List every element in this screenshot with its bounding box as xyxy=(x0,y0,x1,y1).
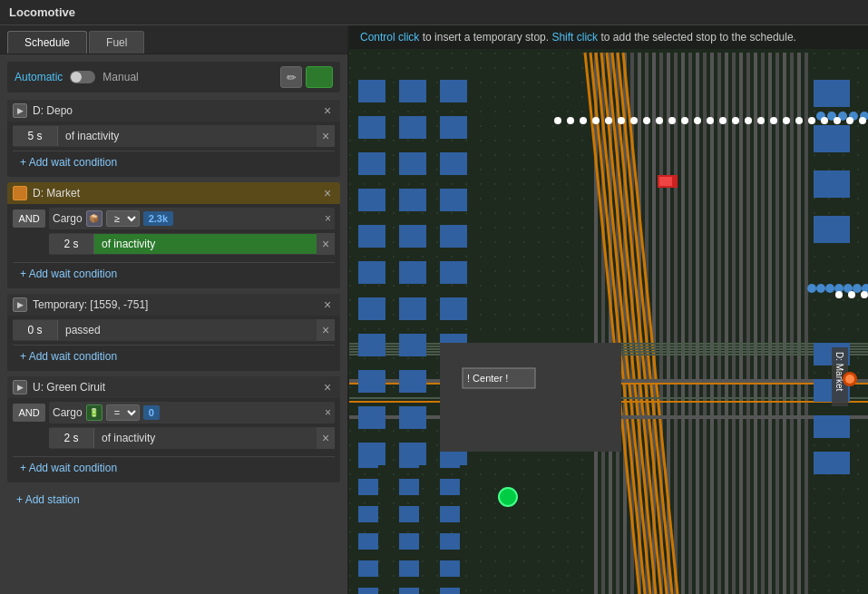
mode-row-right: ✏ xyxy=(280,66,333,88)
green-cargo-icon: 🔋 xyxy=(86,404,102,421)
pencil-button[interactable]: ✏ xyxy=(280,66,302,88)
main-content: Schedule Fuel Automatic Manual ✏ xyxy=(0,25,868,594)
station-market: D: Market × AND Cargo 📦 xyxy=(7,182,340,288)
temporary-close-button[interactable]: × xyxy=(320,297,335,312)
market-cargo-label: Cargo xyxy=(53,212,83,225)
depo-add-wait-button[interactable]: + Add wait condition xyxy=(13,151,335,173)
station-depo-header: ▶ D: Depo × xyxy=(7,100,340,122)
depo-condition-remove[interactable]: × xyxy=(317,125,335,147)
green-condition-label: of inactivity xyxy=(94,428,317,448)
green-time: 2 s xyxy=(49,428,94,448)
depo-inactivity-row: 5 s of inactivity × xyxy=(13,125,335,147)
manual-label: Manual xyxy=(102,71,138,83)
green-inactivity-row: 2 s of inactivity × xyxy=(49,427,335,449)
depo-condition-label: of inactivity xyxy=(58,126,317,146)
left-panel: Schedule Fuel Automatic Manual ✏ xyxy=(0,25,349,594)
green-cargo-close[interactable]: × xyxy=(325,406,331,419)
temporary-condition-remove[interactable]: × xyxy=(317,319,335,341)
mode-toggle[interactable] xyxy=(70,71,95,83)
green-cargo-row: Cargo 🔋 =≥≤ 0 × xyxy=(49,402,335,424)
market-name: D: Market xyxy=(33,187,315,200)
green-play-button[interactable]: ▶ xyxy=(13,380,27,394)
green-condition-remove[interactable]: × xyxy=(317,427,335,449)
temporary-name: Temporary: [1559, -751] xyxy=(33,298,315,311)
market-value: 2.3k xyxy=(143,211,173,226)
temporary-passed-row: 0 s passed × xyxy=(13,319,335,341)
game-map-canvas xyxy=(349,25,868,594)
right-panel: Control click to insert a temporary stop… xyxy=(349,25,868,594)
market-cargo-icon: 📦 xyxy=(86,210,102,227)
depo-name: D: Depo xyxy=(33,104,315,117)
station-green-header: ▶ U: Green Ciruit × xyxy=(7,376,340,398)
station-temporary-header: ▶ Temporary: [1559, -751] × xyxy=(7,294,340,316)
green-add-wait-button[interactable]: + Add wait condition xyxy=(13,456,335,479)
market-cargo-close[interactable]: × xyxy=(325,212,331,225)
mode-row-left: Automatic Manual xyxy=(15,71,139,83)
app-window: Locomotive Schedule Fuel Automatic Man xyxy=(0,0,868,594)
market-icon xyxy=(13,186,27,200)
temporary-add-wait-button[interactable]: + Add wait condition xyxy=(13,345,335,367)
hint-mid: to insert a temporary stop. xyxy=(423,31,552,44)
auto-label: Automatic xyxy=(15,71,63,83)
market-cargo-row: Cargo 📦 ≥≤= 2.3k × xyxy=(49,208,335,229)
market-and-label: AND xyxy=(13,209,45,228)
market-and-group: AND Cargo 📦 ≥≤= 2.3k × xyxy=(13,208,335,258)
temporary-condition-label: passed xyxy=(58,320,317,340)
station-temporary: ▶ Temporary: [1559, -751] × 0 s passed ×… xyxy=(7,294,340,371)
green-condition-area: AND Cargo 🔋 =≥≤ 0 × xyxy=(7,398,340,482)
panel-body: Automatic Manual ✏ ▶ xyxy=(0,54,347,519)
market-operator-select[interactable]: ≥≤= xyxy=(106,210,140,227)
add-station-button[interactable]: + Add station xyxy=(7,488,340,511)
market-condition-remove[interactable]: × xyxy=(317,233,335,255)
market-and-conditions: Cargo 📦 ≥≤= 2.3k × 2 s xyxy=(49,208,335,258)
green-and-group: AND Cargo 🔋 =≥≤ 0 × xyxy=(13,402,335,453)
depo-close-button[interactable]: × xyxy=(320,103,335,118)
ctrl-text: Control click xyxy=(360,31,419,44)
green-close-button[interactable]: × xyxy=(320,380,335,394)
market-inactivity-row: 2 s of inactivity × xyxy=(49,233,335,255)
market-add-wait-button[interactable]: + Add wait condition xyxy=(13,262,335,285)
station-green-circuit: ▶ U: Green Ciruit × AND Cargo 🔋 xyxy=(7,376,340,482)
tab-fuel[interactable]: Fuel xyxy=(89,31,144,54)
market-condition-area: AND Cargo 📦 ≥≤= 2.3k × xyxy=(7,204,340,288)
depo-time: 5 s xyxy=(13,126,58,146)
title-bar: Locomotive xyxy=(0,0,868,25)
green-name: U: Green Ciruit xyxy=(33,381,315,394)
temporary-time: 0 s xyxy=(13,320,58,340)
window-title: Locomotive xyxy=(9,5,75,19)
temporary-condition-area: 0 s passed × + Add wait condition xyxy=(7,316,340,371)
market-condition-label: of inactivity xyxy=(94,234,317,254)
hint-bar: Control click to insert a temporary stop… xyxy=(349,25,868,49)
green-and-label: AND xyxy=(13,404,45,422)
shift-text: Shift click xyxy=(551,31,598,44)
mode-row: Automatic Manual ✏ xyxy=(7,62,340,93)
market-close-button[interactable]: × xyxy=(320,186,335,200)
depo-play-button[interactable]: ▶ xyxy=(13,103,27,118)
green-cargo-label: Cargo xyxy=(53,406,83,419)
station-depo: ▶ D: Depo × 5 s of inactivity × xyxy=(7,100,340,177)
market-time: 2 s xyxy=(49,234,94,254)
hint-end: to add the selected stop to the schedule… xyxy=(600,31,795,44)
tab-bar: Schedule Fuel xyxy=(0,25,347,54)
green-button[interactable] xyxy=(306,66,333,88)
green-value: 0 xyxy=(143,405,160,420)
depo-condition-area: 5 s of inactivity × + Add wait condition xyxy=(7,122,340,177)
green-operator-select[interactable]: =≥≤ xyxy=(106,404,140,421)
station-market-header: D: Market × xyxy=(7,182,340,204)
tab-schedule[interactable]: Schedule xyxy=(7,31,87,54)
temp-play-button[interactable]: ▶ xyxy=(13,297,27,312)
green-and-conditions: Cargo 🔋 =≥≤ 0 × 2 s xyxy=(49,402,335,453)
